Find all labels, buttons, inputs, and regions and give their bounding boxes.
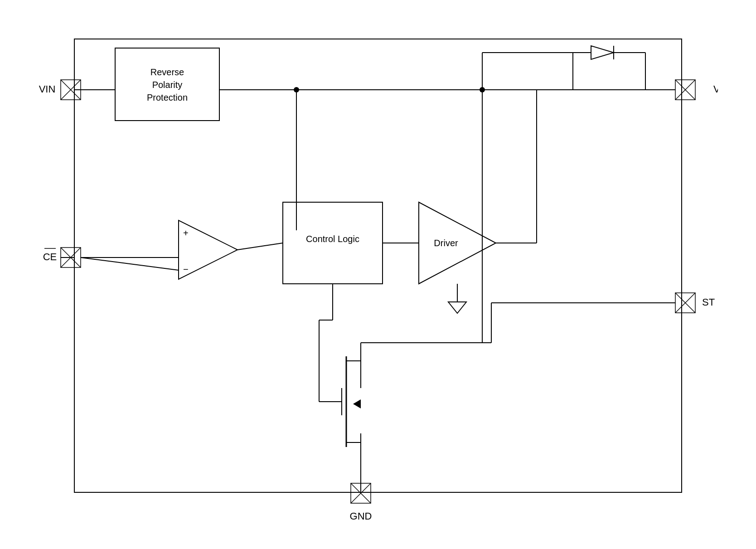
svg-marker-29 xyxy=(591,46,614,59)
vin-label: VIN xyxy=(39,83,56,95)
circuit-diagram: VIN CE VOUT ST GND Reverse Polarity Prot… xyxy=(38,25,718,524)
svg-rect-0 xyxy=(74,39,682,492)
svg-line-44 xyxy=(237,243,283,250)
svg-marker-42 xyxy=(353,399,361,408)
svg-line-46 xyxy=(81,257,179,270)
driver-label: Driver xyxy=(434,238,458,248)
control-logic-label-line1: Control Logic xyxy=(306,234,359,244)
reverse-polarity-label-line1: Reverse xyxy=(150,67,184,77)
svg-marker-25 xyxy=(448,302,466,313)
reverse-polarity-label-line2: Polarity xyxy=(152,80,183,90)
ce-label: CE xyxy=(43,251,57,262)
gnd-label: GND xyxy=(350,510,372,522)
st-label: ST xyxy=(702,296,715,308)
comparator-plus: + xyxy=(183,228,189,238)
vout-label: VOUT xyxy=(713,83,718,95)
comparator-minus: − xyxy=(183,264,189,274)
reverse-polarity-label-line3: Protection xyxy=(147,92,188,102)
